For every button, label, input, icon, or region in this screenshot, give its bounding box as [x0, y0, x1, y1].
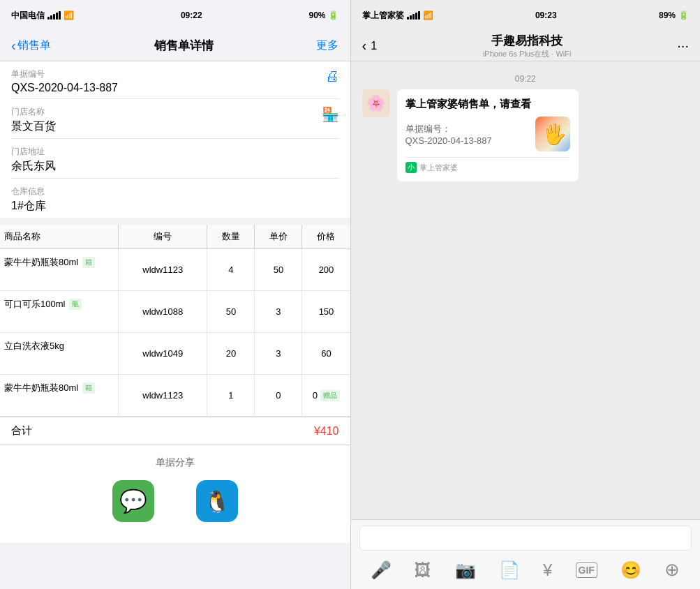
carrier-text: 中国电信 [11, 10, 45, 22]
print-icon[interactable]: 🖨 [325, 68, 339, 84]
rbar5 [418, 11, 420, 20]
chat-input-bar: 🎤 🖼 📷 📄 ¥ GIF 😊 ⊕ [351, 519, 701, 589]
store-icon[interactable]: 🏪 [322, 106, 339, 123]
wifi-right-icon: 📶 [423, 10, 433, 20]
chat-area: 09:22 🌸 掌上管家婆销售单，请查看 单据编号： QXS-2020-04-1… [351, 61, 701, 519]
rbar2 [410, 15, 412, 20]
store-address-label: 门店地址 [11, 146, 339, 158]
row1-code: wldw1123 [119, 249, 208, 290]
order-value: QXS-2020-04-13-887 [405, 135, 492, 146]
table-row: 立白洗衣液5kg wldw1049 20 3 60 [0, 333, 350, 375]
rbar3 [412, 14, 415, 20]
table-header: 商品名称 编号 数量 单价 价格 [0, 225, 350, 249]
status-right-left: 掌上管家婆 📶 [362, 10, 433, 22]
status-right: 90% 🔋 [308, 10, 338, 20]
mini-program-label: 掌上管家婆 [419, 163, 458, 173]
wifi-icon: 📶 [64, 10, 74, 20]
store-name-block: 门店名称 景文百货 🏪 [11, 99, 339, 139]
table-row: 蒙牛牛奶瓶装80ml 箱 wldw1123 1 0 0 赠品 [0, 375, 350, 417]
page-title: 销售单详情 [154, 38, 214, 54]
status-right-right: 89% 🔋 [659, 10, 689, 20]
row1-price: 50 [255, 249, 302, 290]
status-bar-right: 掌上管家婆 📶 09:23 89% 🔋 [351, 0, 701, 31]
card-message[interactable]: 掌上管家婆销售单，请查看 单据编号： QXS-2020-04-13-887 [397, 89, 579, 181]
back-chevron-right-icon: ‹ [362, 38, 367, 54]
qq-share-button[interactable]: 🐧 [196, 480, 238, 522]
chat-title: 手趣易指科技 [483, 33, 572, 49]
voice-icon[interactable]: 🎤 [371, 560, 392, 580]
chat-title-block: 手趣易指科技 iPhone 6s Plus在线 · WiFi [483, 33, 572, 59]
signal-bars-right [407, 11, 420, 20]
signal-bars [47, 11, 61, 20]
card-order-info: 单据编号： QXS-2020-04-13-887 [405, 123, 492, 146]
share-title: 单据分享 [0, 456, 350, 469]
mini-program-icon: 小 [405, 162, 417, 173]
col-code: 编号 [119, 225, 208, 248]
time-right: 09:23 [535, 10, 557, 20]
time-left: 09:22 [181, 10, 202, 20]
store-address-block: 门店地址 余氏东风 [11, 139, 339, 179]
row3-qty: 20 [207, 333, 255, 374]
order-number-block: 单据编号 QXS-2020-04-13-887 🖨 [11, 61, 339, 99]
row4-total: 0 赠品 [302, 375, 350, 416]
info-section: 单据编号 QXS-2020-04-13-887 🖨 门店名称 景文百货 🏪 门店… [0, 61, 350, 218]
image-icon[interactable]: 🖼 [415, 560, 431, 580]
share-icons: 💬 🐧 [0, 480, 350, 522]
warehouse-value: 1#仓库 [11, 199, 339, 214]
battery-right-icon: 🔋 [678, 10, 689, 20]
gif-icon[interactable]: GIF [576, 562, 597, 578]
card-body: 单据编号： QXS-2020-04-13-887 [405, 117, 570, 151]
rbar4 [415, 13, 417, 20]
camera-icon[interactable]: 📷 [455, 560, 476, 580]
battery-icon: 🔋 [328, 10, 338, 20]
app-logo: 🖐 [535, 117, 570, 151]
message-timestamp: 09:22 [362, 74, 690, 84]
share-section: 单据分享 💬 🐧 [0, 445, 350, 543]
wechat-back[interactable]: ‹ 1 [362, 38, 378, 54]
add-icon[interactable]: ⊕ [664, 559, 680, 581]
battery-text: 90% [308, 10, 325, 20]
nav-bar-left: ‹ 销售单 销售单详情 更多 [0, 31, 350, 61]
col-qty: 数量 [207, 225, 255, 248]
row4-price: 0 [255, 375, 302, 416]
status-bar-left: 中国电信 📶 09:22 90% 🔋 [0, 0, 350, 31]
total-label: 合计 [11, 424, 32, 438]
bar2 [50, 15, 52, 20]
gap [0, 218, 350, 225]
mini-program-tag: 小 掌上管家婆 [405, 157, 570, 173]
bar3 [53, 14, 55, 20]
qq-icon: 🐧 [204, 489, 230, 514]
order-number-value: QXS-2020-04-13-887 [11, 82, 339, 94]
row2-price: 3 [255, 291, 302, 332]
more-button[interactable]: 更多 [316, 38, 338, 53]
row4-code: wldw1123 [119, 375, 208, 416]
warehouse-block: 仓库信息 1#仓库 [11, 179, 339, 218]
row4-qty: 1 [207, 375, 255, 416]
chat-input-field[interactable] [359, 525, 692, 551]
back-button[interactable]: ‹ 销售单 [11, 38, 51, 54]
more-options-button[interactable]: ··· [677, 38, 689, 54]
card-title: 掌上管家婆销售单，请查看 [405, 98, 570, 111]
row1-name: 蒙牛牛奶瓶装80ml 箱 [0, 249, 119, 290]
gift-badge: 赠品 [320, 390, 340, 401]
right-phone: 掌上管家婆 📶 09:23 89% 🔋 ‹ 1 手趣易指科技 iPhone 6s… [351, 0, 701, 589]
yuan-icon[interactable]: ¥ [543, 560, 552, 580]
store-name-value: 景文百货 [11, 119, 339, 134]
rbar1 [407, 17, 409, 20]
wechat-nav: ‹ 1 手趣易指科技 iPhone 6s Plus在线 · WiFi ··· [351, 31, 701, 61]
chat-toolbar: 🎤 🖼 📷 📄 ¥ GIF 😊 ⊕ [359, 556, 692, 583]
total-value: ¥410 [314, 425, 339, 438]
hand-logo-svg: 🖐 [541, 122, 565, 146]
back-chevron-icon: ‹ [11, 38, 16, 54]
wechat-share-button[interactable]: 💬 [112, 480, 154, 522]
emoji-icon[interactable]: 😊 [620, 560, 641, 580]
wechat-icon: 💬 [119, 488, 147, 514]
row2-total: 150 [302, 291, 350, 332]
svg-text:🖐: 🖐 [542, 123, 565, 146]
file-icon[interactable]: 📄 [499, 560, 520, 580]
row2-code: wldw1088 [119, 291, 208, 332]
row3-price: 3 [255, 333, 302, 374]
store-name-label: 门店名称 [11, 106, 339, 118]
message-row: 🌸 掌上管家婆销售单，请查看 单据编号： QXS-2020-04-13-887 [362, 89, 690, 181]
back-count: 1 [371, 40, 377, 52]
